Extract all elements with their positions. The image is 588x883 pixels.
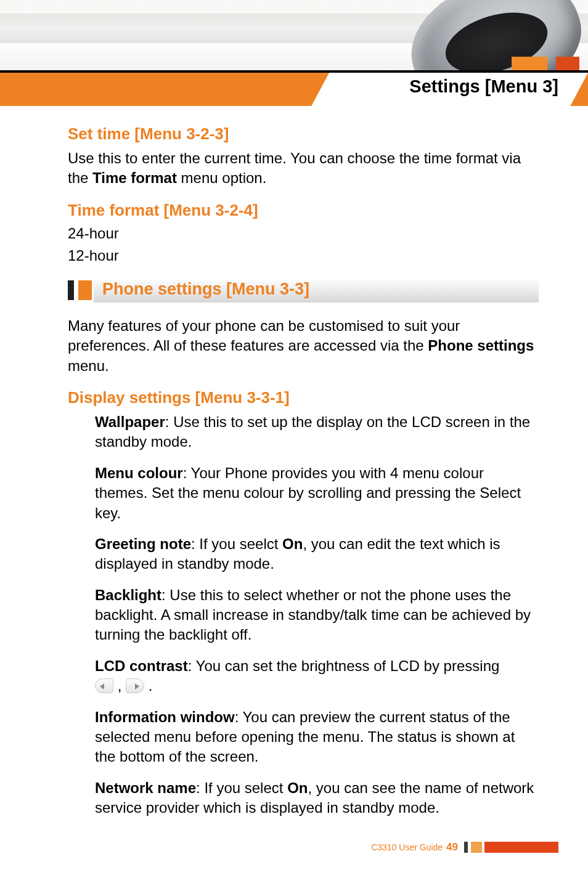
option-12-hour: 12-hour [68, 247, 539, 264]
heading-display-settings: Display settings [Menu 3-3-1] [68, 388, 539, 407]
section-marker-icon [68, 280, 74, 300]
text-set-time: Use this to enter the current time. You … [68, 149, 539, 189]
page-content: Set time [Menu 3-2-3] Use this to enter … [68, 123, 539, 829]
label: Menu colour [95, 465, 183, 481]
chapter-title: Settings [Menu 3] [409, 76, 558, 97]
bold: Time format [92, 169, 177, 186]
label: Information window [95, 709, 235, 725]
page-footer: C3310 User Guide 49 [371, 841, 558, 853]
item-information-window: Information window: You can preview the … [95, 707, 539, 767]
option-24-hour: 24-hour [68, 225, 539, 242]
right-arrow-key-icon [126, 678, 144, 693]
bold: Phone settings [428, 337, 534, 354]
heading-phone-settings: Phone settings [Menu 3-3] [102, 280, 309, 299]
footer-mark-icon [484, 842, 558, 853]
text-phone-settings-intro: Many features of your phone can be custo… [68, 316, 539, 376]
item-wallpaper: Wallpaper: Use this to set up the displa… [95, 412, 539, 452]
text: menu. [68, 357, 109, 374]
text: : You can set the brightness of LCD by p… [188, 657, 500, 674]
footer-page-number: 49 [446, 841, 458, 853]
bold-on: On [282, 535, 303, 552]
bold-on: On [287, 779, 308, 796]
item-backlight: Backlight: Use this to select whether or… [95, 585, 539, 645]
footer-mark-icon [464, 842, 468, 853]
footer-guide-label: C3310 User Guide [371, 842, 443, 852]
label: LCD contrast [95, 657, 188, 674]
section-marker-icon [78, 280, 92, 300]
heading-set-time: Set time [Menu 3-2-3] [68, 124, 539, 144]
label: Wallpaper [95, 413, 165, 430]
section-heading-bar: Phone settings [Menu 3-3] [68, 278, 539, 303]
text: : If you select [196, 779, 287, 796]
item-greeting-note: Greeting note: If you seelct On, you can… [95, 534, 539, 574]
label: Greeting note [95, 535, 191, 552]
label: Network name [95, 779, 196, 796]
text: Many features of your phone can be custo… [68, 317, 460, 354]
header-color-bars [512, 57, 588, 70]
item-network-name: Network name: If you select On, you can … [95, 778, 539, 818]
text: : If you seelct [191, 535, 282, 552]
left-arrow-key-icon [95, 678, 113, 693]
item-menu-colour: Menu colour: Your Phone provides you wit… [95, 463, 539, 523]
text: menu option. [177, 169, 266, 186]
label: Backlight [95, 587, 161, 603]
item-lcd-contrast: LCD contrast: You can set the brightness… [95, 656, 539, 696]
heading-time-format: Time format [Menu 3-2-4] [68, 201, 539, 220]
footer-mark-icon [471, 842, 482, 853]
